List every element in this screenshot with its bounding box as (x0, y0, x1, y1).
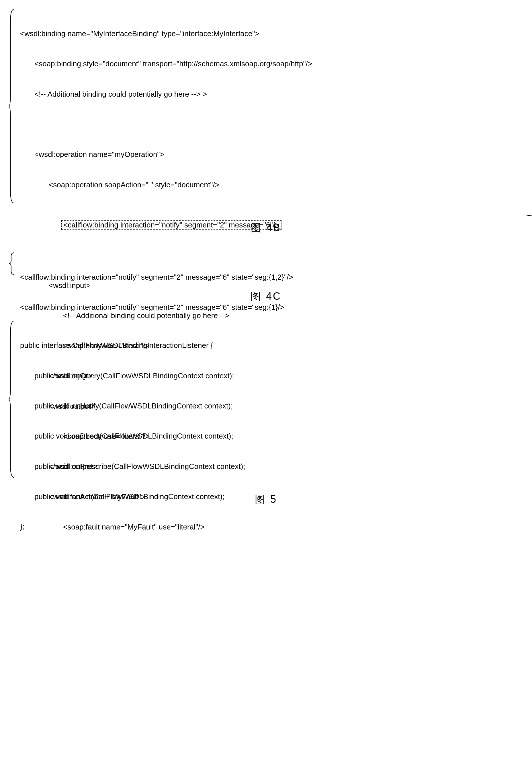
figure-4c: <callflow:binding interaction="notify" s… (6, 252, 526, 278)
figure-5: public interface CallFlowWSDLBindingInte… (6, 320, 526, 481)
code-block-5: public interface CallFlowWSDLBindingInte… (20, 320, 526, 532)
code-line (20, 119, 526, 129)
code-line: public void onQuery(CallFlowWSDLBindingC… (20, 371, 526, 381)
code-line: public void onDirect(CallFlowWSDLBinding… (20, 431, 526, 441)
code-line: <wsdl:operation name="myOperation"> (20, 149, 526, 159)
code-line: public void onAct(CallFlowWSDLBindingCon… (20, 492, 526, 502)
code-line: <callflow:binding interaction="notify" s… (20, 272, 526, 282)
code-line: public void onPrescribe(CallFlowWSDLBind… (20, 462, 526, 472)
code-line: <soap:operation soapAction=" " style="do… (20, 180, 526, 190)
code-line: <wsdl:binding name="MyInterfaceBinding" … (20, 29, 526, 39)
code-line: public void onNotify(CallFlowWSDLBinding… (20, 401, 526, 411)
figure-4b: <wsdl:binding name="MyInterfaceBinding" … (6, 9, 526, 209)
callout-connector (526, 214, 532, 225)
brace-icon (9, 252, 15, 275)
code-line: <soap:binding style="document" transport… (20, 59, 526, 69)
highlighted-box: <callflow:binding interaction="notify" s… (61, 220, 281, 230)
brace-icon (9, 320, 15, 478)
code-line: }; (20, 522, 526, 532)
code-line: <!-- Additional binding could potentiall… (20, 89, 526, 99)
code-line: <callflow:binding interaction="notify" s… (20, 302, 526, 312)
code-line: public interface CallFlowWSDLBindingInte… (20, 340, 526, 350)
brace-icon (9, 9, 15, 204)
